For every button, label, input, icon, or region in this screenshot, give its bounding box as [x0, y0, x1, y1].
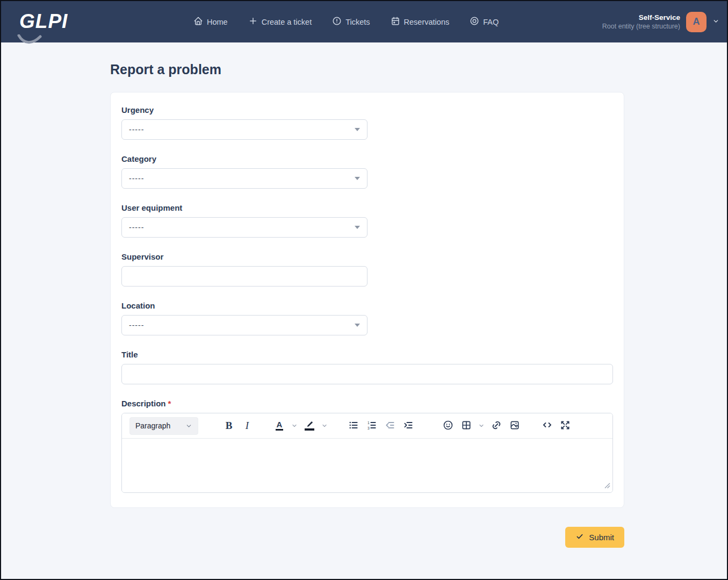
italic-button[interactable]: I [238, 417, 256, 435]
indent-icon [403, 420, 414, 432]
field-location: Location ----- [121, 301, 613, 335]
home-icon [193, 16, 203, 27]
image-icon [509, 420, 520, 432]
user-profile-name: Self-Service [602, 13, 680, 22]
help-icon [470, 16, 479, 27]
ticket-form-card: Urgency ----- Category ----- User equipm… [110, 92, 624, 508]
dropdown-arrow-icon [355, 177, 360, 180]
description-editor-area[interactable] [122, 439, 612, 492]
nav-item-label: Tickets [345, 18, 370, 26]
text-color-button[interactable]: A [270, 417, 289, 435]
svg-text:3: 3 [367, 426, 370, 429]
location-label: Location [121, 301, 613, 310]
nav-item-home[interactable]: Home [193, 16, 228, 27]
svg-text:1: 1 [367, 420, 370, 424]
nav-item-faq[interactable]: FAQ [470, 16, 499, 27]
check-icon [575, 532, 584, 542]
indent-button[interactable] [399, 417, 417, 435]
glpi-logo-swoosh-icon [17, 25, 42, 55]
nav-item-label: Home [207, 18, 228, 26]
dropdown-arrow-icon [355, 226, 360, 229]
user-info: Self-Service Root entity (tree structure… [602, 13, 680, 30]
emoji-button[interactable] [439, 417, 457, 435]
dropdown-arrow-icon [355, 324, 360, 327]
urgency-select-value: ----- [129, 125, 144, 134]
bold-icon: B [226, 420, 233, 432]
outdent-button[interactable] [381, 417, 399, 435]
nav-item-label: Reservations [404, 18, 450, 26]
nav-item-tickets[interactable]: Tickets [332, 16, 370, 27]
user-equipment-label: User equipment [121, 203, 613, 212]
link-button[interactable] [487, 417, 506, 435]
top-navbar: GLPI Home [1, 1, 727, 42]
main-content: Report a problem Urgency ----- Category … [110, 62, 624, 548]
category-label: Category [121, 154, 613, 163]
submit-button-label: Submit [589, 533, 614, 542]
user-equipment-select[interactable]: ----- [121, 217, 367, 238]
nav-item-create-ticket[interactable]: Create a ticket [248, 16, 312, 27]
urgency-label: Urgency [121, 105, 613, 114]
fullscreen-icon [560, 420, 571, 432]
avatar[interactable]: A [686, 12, 707, 32]
nav-item-label: FAQ [483, 18, 499, 26]
user-menu[interactable]: Self-Service Root entity (tree structure… [602, 1, 719, 42]
supervisor-label: Supervisor [121, 252, 613, 261]
avatar-letter: A [693, 16, 700, 27]
calendar-icon [391, 16, 400, 27]
link-icon [491, 420, 502, 432]
resize-handle[interactable] [604, 481, 610, 491]
paragraph-format-label: Paragraph [135, 421, 170, 430]
editor-toolbar: Paragraph B I A [122, 413, 612, 439]
paragraph-format-dropdown[interactable]: Paragraph [129, 417, 198, 435]
fullscreen-button[interactable] [556, 417, 574, 435]
numbered-list-icon: 1 3 [366, 420, 377, 432]
glpi-logo[interactable]: GLPI [19, 6, 68, 37]
alert-circle-icon [332, 16, 342, 27]
table-dropdown[interactable] [475, 417, 487, 435]
required-asterisk: * [168, 399, 171, 408]
form-actions: Submit [110, 527, 624, 548]
text-color-icon: A [276, 421, 284, 431]
richtext-editor: Paragraph B I A [121, 413, 613, 493]
bullet-list-button[interactable] [344, 417, 363, 435]
bullet-list-icon [348, 420, 359, 432]
main-menu: Home Create a ticket Tickets [193, 1, 499, 42]
field-urgency: Urgency ----- [121, 105, 613, 140]
highlight-color-button[interactable] [300, 417, 319, 435]
bold-button[interactable]: B [220, 417, 238, 435]
urgency-select[interactable]: ----- [121, 119, 367, 140]
field-title: Title [121, 350, 613, 384]
title-input[interactable] [121, 364, 613, 384]
highlighter-icon [305, 421, 314, 431]
supervisor-input[interactable] [121, 266, 367, 287]
table-button[interactable] [457, 417, 475, 435]
user-entity-name: Root entity (tree structure) [602, 23, 680, 30]
plus-icon [248, 16, 258, 27]
table-icon [461, 420, 472, 432]
page-title: Report a problem [110, 62, 624, 77]
source-code-button[interactable] [538, 417, 556, 435]
category-select-value: ----- [129, 174, 144, 183]
app-window: GLPI Home [0, 0, 728, 580]
location-select-value: ----- [129, 321, 144, 330]
field-supervisor: Supervisor [121, 252, 613, 287]
code-icon [542, 419, 553, 432]
user-equipment-select-value: ----- [129, 223, 144, 232]
title-label: Title [121, 350, 613, 359]
italic-icon: I [246, 420, 249, 432]
category-select[interactable]: ----- [121, 168, 367, 189]
highlight-color-dropdown[interactable] [319, 417, 330, 435]
nav-item-reservations[interactable]: Reservations [391, 16, 450, 27]
emoji-icon [443, 420, 453, 432]
text-color-dropdown[interactable] [289, 417, 300, 435]
submit-button[interactable]: Submit [565, 527, 624, 548]
image-button[interactable] [506, 417, 524, 435]
field-user-equipment: User equipment ----- [121, 203, 613, 238]
field-description: Description* Paragraph B I [121, 399, 613, 493]
description-label: Description* [121, 399, 613, 408]
dropdown-arrow-icon [355, 128, 360, 131]
location-select[interactable]: ----- [121, 315, 367, 335]
field-category: Category ----- [121, 154, 613, 189]
nav-item-label: Create a ticket [262, 18, 312, 26]
numbered-list-button[interactable]: 1 3 [363, 417, 381, 435]
